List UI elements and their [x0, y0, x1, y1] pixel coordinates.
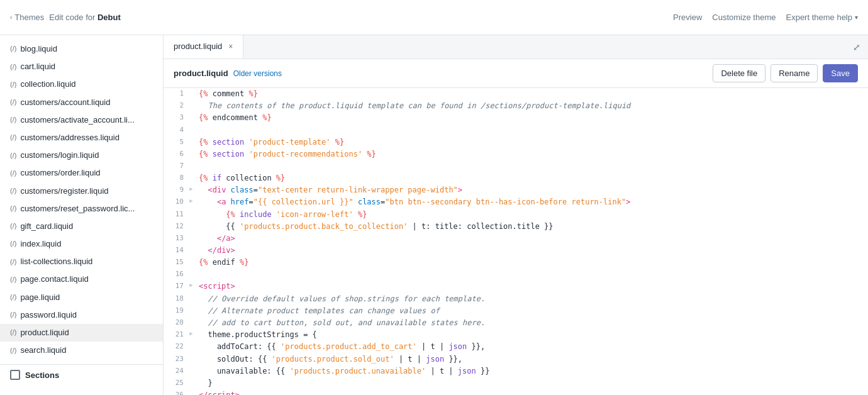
liquid-icon: (/): [10, 328, 16, 337]
themes-label: Themes: [14, 13, 44, 22]
file-name: page.contact.liquid: [20, 274, 88, 285]
code-line: 19 // Alternate product templates can ch…: [164, 305, 868, 317]
code-line: 6 {% section 'product-recommendations' %…: [164, 148, 868, 160]
code-line: 1 {% comment %}: [164, 88, 868, 100]
file-name: index.liquid: [20, 238, 61, 250]
liquid-icon: (/): [10, 44, 16, 53]
code-line: 18 // Override default values of shop.st…: [164, 293, 868, 305]
code-line: 12 {{ 'products.product.back_to_collecti…: [164, 221, 868, 233]
list-item[interactable]: (/) customers/register.liquid: [0, 182, 163, 200]
list-item[interactable]: (/) list-collections.liquid: [0, 253, 163, 270]
list-item[interactable]: (/) password.liquid: [0, 306, 163, 324]
list-item[interactable]: (/) customers/addresses.liquid: [0, 129, 163, 147]
sidebar: (/) blog.liquid (/) cart.liquid (/) coll…: [0, 35, 164, 395]
expand-icon[interactable]: ⤢: [845, 37, 868, 57]
top-bar-right: Preview Customize theme Expert theme hel…: [673, 13, 858, 22]
liquid-icon: (/): [10, 62, 16, 72]
tab-product-liquid[interactable]: product.liquid ×: [164, 35, 243, 58]
older-versions-link[interactable]: Older versions: [233, 69, 282, 78]
close-tab-button[interactable]: ×: [228, 42, 233, 51]
list-item[interactable]: (/) gift_card.liquid: [0, 218, 163, 235]
store-name: Debut: [97, 13, 121, 22]
list-item[interactable]: (/) search.liquid: [0, 342, 163, 359]
liquid-icon: (/): [10, 186, 16, 196]
toolbar-actions: Delete file Rename Save: [713, 64, 858, 82]
file-name: customers/account.liquid: [20, 97, 110, 108]
list-item[interactable]: (/) page.liquid: [0, 289, 163, 306]
liquid-icon: (/): [10, 275, 16, 284]
tabs-bar: product.liquid × ⤢: [164, 35, 868, 59]
code-line: 13 </a>: [164, 233, 868, 245]
top-bar: ‹ Themes Edit code for Debut Preview Cus…: [0, 0, 868, 35]
liquid-icon: (/): [10, 346, 16, 355]
liquid-icon: (/): [10, 292, 16, 302]
file-name: customers/addresses.liquid: [20, 132, 120, 143]
liquid-icon: (/): [10, 97, 16, 107]
file-name: password.liquid: [20, 309, 77, 321]
edit-code-label: Edit code for Debut: [49, 13, 120, 22]
list-item[interactable]: (/) customers/activate_account.li...: [0, 111, 163, 129]
file-name: gift_card.liquid: [20, 221, 73, 232]
file-info: product.liquid Older versions: [174, 69, 282, 78]
code-line: 22 addToCart: {{ 'products.product.add_t…: [164, 341, 868, 353]
liquid-icon: (/): [10, 151, 16, 160]
code-line: 14 </div>: [164, 245, 868, 257]
liquid-icon: (/): [10, 169, 16, 178]
themes-link[interactable]: ‹ Themes: [10, 13, 44, 22]
code-line: 25 }: [164, 377, 868, 389]
file-toolbar: product.liquid Older versions Delete fil…: [164, 59, 868, 88]
list-item[interactable]: (/) customers/order.liquid: [0, 164, 163, 182]
code-line: 26 </script>: [164, 389, 868, 395]
code-line: 21 ▶ theme.productStrings = {: [164, 329, 868, 341]
preview-link[interactable]: Preview: [673, 13, 702, 22]
liquid-icon: (/): [10, 80, 16, 89]
liquid-icon: (/): [10, 310, 16, 320]
customize-theme-link[interactable]: Customize theme: [712, 13, 776, 22]
liquid-icon: (/): [10, 204, 16, 213]
sections-folder-icon: [10, 370, 20, 380]
expert-help[interactable]: Expert theme help ▾: [786, 13, 858, 22]
file-name-label: product.liquid: [174, 69, 228, 78]
file-name: blog.liquid: [20, 43, 57, 55]
code-line: 23 soldOut: {{ 'products.product.sold_ou…: [164, 353, 868, 365]
list-item[interactable]: (/) blog.liquid: [0, 40, 163, 58]
file-name: search.liquid: [20, 345, 66, 356]
list-item[interactable]: (/) customers/reset_password.lic...: [0, 200, 163, 218]
liquid-icon: (/): [10, 221, 16, 231]
editor-area: product.liquid × ⤢ product.liquid Older …: [164, 35, 868, 395]
code-line: 5 {% section 'product-template' %}: [164, 136, 868, 148]
list-item[interactable]: (/) customers/login.liquid: [0, 147, 163, 164]
code-line: 24 unavailable: {{ 'products.product.una…: [164, 365, 868, 377]
list-item[interactable]: (/) index.liquid: [0, 235, 163, 253]
sections-header[interactable]: Sections: [0, 364, 163, 385]
chevron-down-icon: ▾: [855, 14, 858, 21]
save-button[interactable]: Save: [823, 64, 858, 82]
liquid-icon: (/): [10, 133, 16, 142]
list-item[interactable]: (/) page.contact.liquid: [0, 270, 163, 288]
liquid-icon: (/): [10, 115, 16, 125]
file-name: list-collections.liquid: [20, 256, 92, 267]
code-line: 17 ▶ <script>: [164, 281, 868, 292]
top-bar-left: ‹ Themes Edit code for Debut: [10, 13, 121, 22]
list-item-product[interactable]: (/) product.liquid: [0, 324, 163, 342]
expert-help-label: Expert theme help: [786, 13, 852, 22]
code-line: 20 // add to cart button, sold out, and …: [164, 317, 868, 329]
list-item[interactable]: (/) customers/account.liquid: [0, 94, 163, 111]
list-item[interactable]: (/) cart.liquid: [0, 58, 163, 75]
file-name: page.liquid: [20, 292, 60, 303]
code-line: 11 {% include 'icon-arrow-left' %}: [164, 209, 868, 221]
code-line: 9 ▶ <div class="text-center return-link-…: [164, 184, 868, 196]
code-editor[interactable]: 1 {% comment %} 2 The contents of the pr…: [164, 88, 868, 395]
code-line: 10 ▶ <a href="{{ collection.url }}" clas…: [164, 196, 868, 208]
code-line: 3 {% endcomment %}: [164, 112, 868, 124]
code-line: 7: [164, 160, 868, 172]
code-line: 16: [164, 269, 868, 281]
file-list: (/) blog.liquid (/) cart.liquid (/) coll…: [0, 35, 163, 364]
code-line: 2 The contents of the product.liquid tem…: [164, 100, 868, 112]
file-name: customers/login.liquid: [20, 150, 99, 161]
code-line: 8 {% if collection %}: [164, 172, 868, 184]
sections-label: Sections: [25, 370, 59, 380]
rename-button[interactable]: Rename: [771, 64, 818, 82]
delete-file-button[interactable]: Delete file: [713, 64, 765, 82]
list-item[interactable]: (/) collection.liquid: [0, 75, 163, 93]
